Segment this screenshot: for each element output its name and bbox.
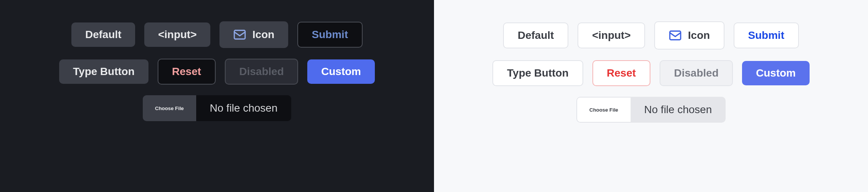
icon-button-label: Icon <box>252 29 274 40</box>
custom-button[interactable]: Custom <box>742 61 809 85</box>
file-row: Choose File No file chosen <box>143 95 291 121</box>
input-button[interactable]: <input> <box>144 22 210 47</box>
disabled-button: Disabled <box>660 60 733 86</box>
default-button[interactable]: Default <box>503 22 568 48</box>
dark-theme-panel: Default <input> Icon Submit Type Button … <box>0 0 434 192</box>
button-row-2: Type Button Reset Disabled Custom <box>59 59 374 85</box>
svg-rect-0 <box>234 30 245 39</box>
reset-button[interactable]: Reset <box>592 60 650 86</box>
type-button[interactable]: Type Button <box>492 60 583 86</box>
light-theme-panel: Default <input> Icon Submit Type Button … <box>434 0 868 192</box>
file-input[interactable]: Choose File No file chosen <box>143 95 291 121</box>
choose-file-button[interactable]: Choose File <box>143 95 196 121</box>
default-button[interactable]: Default <box>71 22 135 47</box>
submit-button[interactable]: Submit <box>734 22 799 48</box>
type-button[interactable]: Type Button <box>59 59 148 84</box>
mail-icon <box>233 28 246 41</box>
svg-rect-1 <box>670 31 681 40</box>
custom-button[interactable]: Custom <box>307 59 374 84</box>
choose-file-button[interactable]: Choose File <box>576 97 631 123</box>
icon-button-label: Icon <box>688 30 710 41</box>
input-button[interactable]: <input> <box>578 22 645 48</box>
file-input[interactable]: Choose File No file chosen <box>576 97 726 123</box>
submit-button[interactable]: Submit <box>297 22 363 48</box>
file-row: Choose File No file chosen <box>576 97 726 123</box>
icon-button[interactable]: Icon <box>654 21 724 50</box>
mail-icon <box>669 29 682 42</box>
button-row-2: Type Button Reset Disabled Custom <box>492 60 809 86</box>
icon-button[interactable]: Icon <box>219 21 288 48</box>
button-row-1: Default <input> Icon Submit <box>71 21 362 48</box>
reset-button[interactable]: Reset <box>158 59 216 85</box>
file-status-label: No file chosen <box>631 97 726 123</box>
disabled-button: Disabled <box>225 59 298 85</box>
button-row-1: Default <input> Icon Submit <box>503 21 799 50</box>
file-status-label: No file chosen <box>196 95 291 121</box>
